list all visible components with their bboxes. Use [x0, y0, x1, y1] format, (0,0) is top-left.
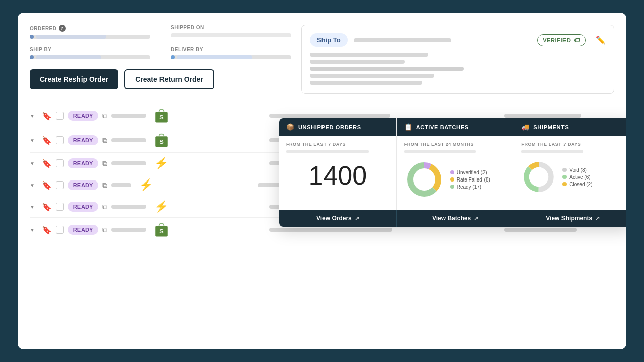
- popup-header: 📦 UNSHIPPED ORDERS FROM THE LAST 7 DAYS …: [279, 118, 626, 210]
- row-checkbox[interactable]: [56, 203, 64, 211]
- legend-rate-failed: Rate Failed (8): [450, 177, 490, 183]
- shopify-icon: S: [154, 132, 169, 148]
- create-return-button[interactable]: Create Return Order: [124, 69, 214, 89]
- ship-to-header: Ship To VERIFIED 🏷 ✏️: [310, 33, 606, 47]
- bookmark-icon[interactable]: 🔖: [42, 111, 52, 121]
- row-expand-icon[interactable]: ▼: [30, 227, 38, 233]
- batches-body: FROM THE LAST 24 MONTHS: [397, 136, 514, 210]
- left-panel: ORDERED ? SHIPPED ON: [30, 25, 291, 94]
- view-orders-button[interactable]: View Orders ↗: [279, 210, 397, 227]
- order-id-bar: [111, 161, 146, 165]
- top-section: ORDERED ? SHIPPED ON: [30, 25, 614, 94]
- row-checkbox[interactable]: [56, 181, 64, 189]
- copy-icon[interactable]: ⧉: [102, 112, 107, 120]
- row-expand-icon[interactable]: ▼: [30, 161, 38, 166]
- ship-by-field: SHIP BY: [30, 47, 150, 59]
- svg-text:S: S: [159, 114, 164, 120]
- ship-to-panel: Ship To VERIFIED 🏷 ✏️: [301, 25, 614, 94]
- svg-text:S: S: [159, 139, 164, 145]
- bookmark-icon[interactable]: 🔖: [42, 136, 52, 145]
- deliver-by-label: DELIVER BY: [171, 47, 291, 52]
- unshipped-count: 1400: [286, 155, 389, 196]
- status-badge: READY: [68, 225, 98, 235]
- batches-legend: Unverified (2) Rate Failed (8) Ready (17…: [450, 170, 490, 190]
- status-badge: READY: [68, 111, 98, 121]
- copy-icon[interactable]: ⧉: [102, 226, 107, 234]
- status-badge: READY: [68, 180, 98, 190]
- bookmark-icon[interactable]: 🔖: [42, 159, 52, 168]
- view-batches-button[interactable]: View Batches ↗: [397, 210, 515, 227]
- svg-text:S: S: [159, 228, 164, 234]
- unshipped-orders-col: 📦 UNSHIPPED ORDERS FROM THE LAST 7 DAYS …: [279, 118, 397, 210]
- legend-active: Active (6): [562, 174, 592, 180]
- view-shipments-button[interactable]: View Shipments ↗: [514, 210, 626, 227]
- address-lines: [310, 53, 606, 85]
- row-checkbox[interactable]: [56, 136, 64, 144]
- external-link-icon-orders: ↗: [355, 215, 359, 222]
- row-checkbox[interactable]: [56, 159, 64, 167]
- shipments-legend: Void (8) Active (6) Closed (2): [562, 167, 592, 187]
- ordered-field: ORDERED ?: [30, 25, 150, 39]
- row-expand-icon[interactable]: ▼: [30, 138, 38, 143]
- ordered-bar: [30, 35, 150, 39]
- status-badge: READY: [68, 135, 98, 145]
- bookmark-icon[interactable]: 🔖: [42, 225, 52, 235]
- ship-to-badge: Ship To: [310, 33, 348, 47]
- copy-icon[interactable]: ⧉: [102, 181, 107, 190]
- unshipped-icon: 📦: [286, 123, 294, 131]
- edit-icon[interactable]: ✏️: [596, 35, 606, 45]
- order-id-bar: [111, 138, 146, 142]
- legend-void: Void (8): [562, 167, 592, 173]
- help-icon[interactable]: ?: [59, 25, 66, 32]
- shipped-on-field: SHIPPED ON: [171, 25, 291, 39]
- copy-icon[interactable]: ⧉: [102, 203, 107, 211]
- shipments-header: 🚚 SHIPMENTS: [514, 118, 626, 136]
- bookmark-icon[interactable]: 🔖: [42, 202, 52, 212]
- order-id-bar: [111, 228, 146, 232]
- row-expand-icon[interactable]: ▼: [30, 183, 38, 188]
- copy-icon[interactable]: ⧉: [102, 136, 107, 145]
- bookmark-icon[interactable]: 🔖: [42, 180, 52, 190]
- unshipped-body: FROM THE LAST 7 DAYS 1400: [279, 136, 396, 202]
- order-id-bar: [111, 205, 146, 209]
- shipstation-icon: ⚡: [139, 178, 153, 192]
- row-checkbox[interactable]: [56, 112, 64, 120]
- shopify-icon: S: [154, 222, 169, 238]
- deliver-by-bar: [171, 55, 291, 59]
- batches-donut-container: Unverified (2) Rate Failed (8) Ready (17…: [404, 155, 507, 204]
- batches-icon: 📋: [404, 123, 412, 131]
- create-reship-button[interactable]: Create Reship Order: [30, 69, 118, 89]
- action-buttons: Create Reship Order Create Return Order: [30, 69, 291, 89]
- status-badge: READY: [68, 158, 98, 168]
- status-badge: READY: [68, 202, 98, 212]
- copy-icon[interactable]: ⧉: [102, 159, 107, 168]
- ship-by-bar: [30, 55, 150, 59]
- shopify-icon: S: [154, 108, 169, 124]
- row-expand-icon[interactable]: ▼: [30, 113, 38, 119]
- ordered-shipped-row: ORDERED ? SHIPPED ON: [30, 25, 291, 39]
- popup-footer: View Orders ↗ View Batches ↗ View Shipme…: [279, 210, 626, 227]
- legend-closed: Closed (2): [562, 182, 592, 187]
- row-expand-icon[interactable]: ▼: [30, 204, 38, 210]
- legend-ready: Ready (17): [450, 184, 490, 190]
- order-id-bar: [111, 114, 146, 118]
- order-id-bar: [111, 183, 131, 187]
- active-batches-col: 📋 ACTIVE BATCHES FROM THE LAST 24 MONTHS: [397, 118, 515, 210]
- shipments-body: FROM THE LAST 7 DAYS: [514, 136, 626, 205]
- shipped-on-bar: [171, 33, 291, 37]
- external-link-icon-shipments: ↗: [595, 215, 600, 222]
- unshipped-from-label: FROM THE LAST 7 DAYS: [286, 142, 389, 147]
- shipped-on-label: SHIPPED ON: [171, 25, 291, 30]
- main-card: ORDERED ? SHIPPED ON: [18, 13, 626, 349]
- deliver-by-field: DELIVER BY: [171, 47, 291, 59]
- verified-badge: VERIFIED 🏷: [537, 34, 586, 46]
- external-link-icon-batches: ↗: [474, 215, 478, 222]
- shipments-donut-chart: [521, 159, 556, 195]
- legend-unverified: Unverified (2): [450, 170, 490, 175]
- shipments-from-label: FROM THE LAST 7 DAYS: [521, 142, 624, 147]
- stats-popup: 📦 UNSHIPPED ORDERS FROM THE LAST 7 DAYS …: [279, 118, 626, 227]
- row-checkbox[interactable]: [56, 226, 64, 234]
- shipments-icon: 🚚: [521, 123, 529, 131]
- batches-header: 📋 ACTIVE BATCHES: [397, 118, 514, 136]
- shipstation-icon: ⚡: [154, 200, 168, 213]
